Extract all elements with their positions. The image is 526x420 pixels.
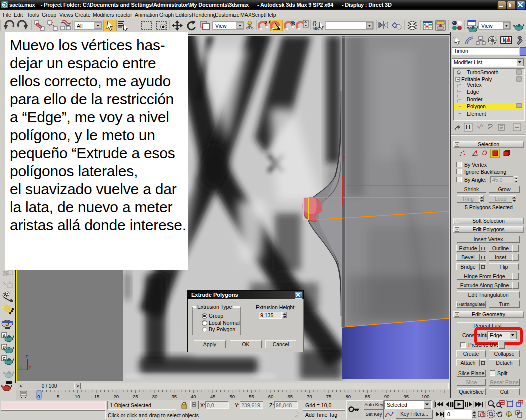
svg-text:y: y <box>344 156 346 161</box>
svg-text:Border: Border <box>467 96 483 102</box>
svg-text:35: 35 <box>172 394 177 400</box>
svg-text:All: All <box>77 23 83 29</box>
svg-text:0: 0 <box>38 394 40 400</box>
svg-text:50: 50 <box>230 394 235 400</box>
svg-text:x: x <box>29 364 32 370</box>
svg-text:Vertex: Vertex <box>467 82 482 88</box>
svg-text:z: z <box>26 354 28 360</box>
svg-text:y: y <box>20 364 22 370</box>
svg-text:View: View <box>482 23 493 29</box>
svg-text:TurboSmooth: TurboSmooth <box>467 70 498 76</box>
svg-text:10: 10 <box>75 394 80 400</box>
svg-text:45: 45 <box>210 394 216 400</box>
svg-text:Polygon: Polygon <box>467 104 486 110</box>
svg-text:25: 25 <box>3 271 9 276</box>
svg-text:25: 25 <box>133 394 138 400</box>
svg-text:15: 15 <box>94 394 100 400</box>
svg-text:Edge: Edge <box>467 89 480 95</box>
svg-text:%: % <box>291 20 296 26</box>
svg-text:80: 80 <box>346 394 351 400</box>
svg-text:Element: Element <box>467 111 486 117</box>
svg-text:40: 40 <box>191 394 196 400</box>
svg-text:85: 85 <box>365 394 370 400</box>
svg-text:20: 20 <box>114 394 119 400</box>
svg-text:30: 30 <box>152 394 158 400</box>
svg-text:90: 90 <box>384 394 390 400</box>
svg-text:70: 70 <box>307 394 312 400</box>
svg-text:95: 95 <box>404 394 409 400</box>
svg-text:100: 100 <box>422 394 430 400</box>
svg-text:55: 55 <box>249 394 254 400</box>
svg-text:5: 5 <box>57 394 60 400</box>
svg-text:{}: {} <box>313 20 317 26</box>
svg-text:75: 75 <box>326 394 332 400</box>
svg-text:View: View <box>216 23 227 29</box>
svg-text:ABC: ABC <box>313 27 320 30</box>
svg-text:60: 60 <box>268 394 274 400</box>
svg-text:65: 65 <box>288 394 293 400</box>
